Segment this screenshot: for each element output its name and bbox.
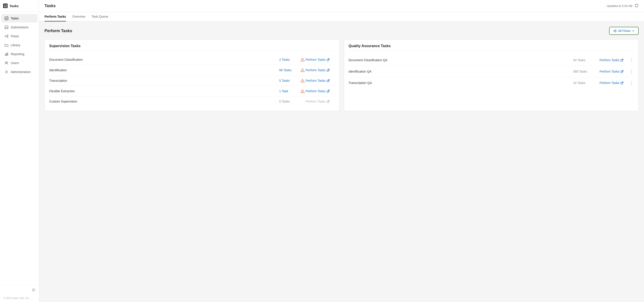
- task-name: Transcription QA: [348, 81, 573, 85]
- svg-point-29: [302, 71, 303, 71]
- folder-icon: [4, 43, 8, 47]
- task-name: Document Classification: [49, 58, 279, 61]
- inbox-icon: [4, 25, 8, 29]
- svg-point-17: [614, 30, 614, 31]
- more-options-button[interactable]: ⋮: [628, 80, 634, 85]
- table-row: Transcription 5 Tasks Perform Tasks: [49, 75, 335, 86]
- sidebar: Tasks Tasks Submissions Flows Library: [0, 0, 39, 302]
- supervision-tasks-card: Supervision Tasks Document Classificatio…: [44, 39, 340, 111]
- sidebar-item-label: Reporting: [11, 52, 24, 56]
- perform-tasks-link[interactable]: Perform Tasks: [306, 89, 335, 93]
- sidebar-logo: Tasks: [0, 0, 39, 12]
- sidebar-nav: Tasks Submissions Flows Library Reportin…: [0, 12, 39, 285]
- task-count[interactable]: 1 Task: [279, 89, 300, 93]
- svg-point-5: [7, 37, 8, 37]
- sidebar-item-label: Users: [11, 61, 19, 65]
- tab-perform-tasks[interactable]: Perform Tasks: [44, 12, 66, 21]
- tasks-grid: Supervision Tasks Document Classificatio…: [44, 39, 639, 111]
- sidebar-item-library[interactable]: Library: [1, 41, 38, 49]
- qa-tasks-card: Quality Assurance Tasks Document Classif…: [344, 39, 639, 111]
- task-count: 24 Tasks: [573, 81, 593, 85]
- more-options-button[interactable]: ⋮: [628, 69, 634, 74]
- svg-point-3: [5, 36, 6, 37]
- sidebar-item-label: Tasks: [11, 16, 19, 20]
- sidebar-item-label: Submissions: [11, 25, 28, 29]
- table-row: Custom Supervision 0 Tasks Perform Tasks: [49, 96, 335, 106]
- sidebar-item-flows[interactable]: Flows: [1, 32, 38, 40]
- svg-point-12: [7, 62, 8, 63]
- sidebar-item-label: Administration: [11, 70, 31, 74]
- perform-tasks-link[interactable]: Perform Tasks: [600, 58, 628, 62]
- svg-point-11: [5, 62, 7, 63]
- task-name: Custom Supervision: [49, 100, 279, 103]
- task-name: Document Classification QA: [348, 58, 573, 62]
- tab-task-queue[interactable]: Task Queue: [92, 12, 108, 21]
- task-name: Transcription: [49, 79, 279, 82]
- tab-overview[interactable]: Overview: [72, 12, 85, 21]
- warning-icon: [300, 68, 306, 72]
- svg-rect-9: [6, 53, 7, 55]
- sidebar-item-users[interactable]: Users: [1, 59, 38, 67]
- svg-rect-14: [32, 289, 35, 289]
- svg-point-34: [302, 81, 303, 82]
- sidebar-item-label: Flows: [11, 34, 19, 38]
- content-area: Perform Tasks All Flows Supervision Task…: [39, 21, 644, 302]
- svg-point-13: [6, 71, 7, 73]
- svg-point-4: [7, 35, 8, 36]
- sidebar-item-tasks[interactable]: Tasks: [1, 14, 38, 22]
- perform-tasks-link-disabled: Perform Tasks: [306, 100, 335, 103]
- task-name: Flexible Extraction: [49, 89, 279, 93]
- all-flows-label: All Flows: [618, 29, 630, 33]
- perform-tasks-title: Perform Tasks: [44, 28, 72, 33]
- svg-rect-8: [5, 54, 6, 55]
- sidebar-item-reporting[interactable]: Reporting: [1, 50, 38, 58]
- refresh-button[interactable]: [634, 3, 639, 8]
- svg-point-19: [616, 31, 616, 32]
- svg-rect-2: [5, 26, 8, 29]
- bar-chart-icon: [4, 52, 8, 56]
- svg-line-20: [614, 30, 616, 31]
- supervision-tasks-title: Supervision Tasks: [49, 44, 335, 51]
- perform-tasks-link[interactable]: Perform Tasks: [600, 81, 628, 85]
- task-count: 0 Tasks: [279, 100, 300, 103]
- logo-icon: [3, 3, 8, 8]
- svg-line-7: [6, 36, 7, 37]
- page-title: Tasks: [44, 3, 56, 8]
- table-row: Identification QA 388 Tasks Perform Task…: [348, 66, 634, 77]
- checkbox-icon: [4, 16, 8, 20]
- table-row: Document Classification 2 Tasks Perform …: [49, 54, 335, 65]
- task-count[interactable]: 2 Tasks: [279, 58, 300, 61]
- svg-point-24: [302, 60, 303, 61]
- perform-tasks-link[interactable]: Perform Tasks: [306, 58, 335, 61]
- more-options-button[interactable]: ⋮: [628, 58, 634, 62]
- task-count: 54 Tasks: [573, 58, 593, 62]
- perform-tasks-link[interactable]: Perform Tasks: [306, 68, 335, 72]
- sidebar-logo-text: Tasks: [10, 4, 18, 8]
- svg-point-39: [302, 92, 303, 92]
- warning-icon: [300, 89, 306, 93]
- table-row: Transcription QA 24 Tasks Perform Tasks …: [348, 77, 634, 88]
- perform-tasks-link[interactable]: Perform Tasks: [600, 70, 628, 73]
- svg-rect-15: [32, 290, 34, 290]
- updated-text: Updated at 3:16 AM: [607, 4, 632, 7]
- table-row: Identification 68 Tasks Perform Tasks: [49, 65, 335, 75]
- all-flows-button[interactable]: All Flows: [609, 27, 639, 35]
- collapse-sidebar-button[interactable]: [32, 288, 36, 293]
- warning-icon: [300, 79, 306, 83]
- task-count[interactable]: 68 Tasks: [279, 68, 300, 72]
- main-header: Tasks Updated at 3:16 AM: [39, 0, 644, 12]
- warning-icon: [300, 58, 306, 62]
- svg-line-21: [614, 31, 616, 32]
- task-name: Identification: [49, 68, 279, 72]
- svg-line-6: [6, 35, 7, 36]
- svg-point-18: [616, 29, 616, 30]
- content-header: Perform Tasks All Flows: [44, 27, 639, 35]
- sidebar-item-administration[interactable]: Administration: [1, 68, 38, 76]
- task-count[interactable]: 5 Tasks: [279, 79, 300, 82]
- svg-rect-0: [4, 5, 7, 7]
- task-count: 388 Tasks: [573, 70, 593, 73]
- table-row: Flexible Extraction 1 Task Perform Tasks: [49, 86, 335, 96]
- perform-tasks-link[interactable]: Perform Tasks: [306, 79, 335, 82]
- svg-rect-1: [5, 17, 8, 20]
- sidebar-item-submissions[interactable]: Submissions: [1, 23, 38, 31]
